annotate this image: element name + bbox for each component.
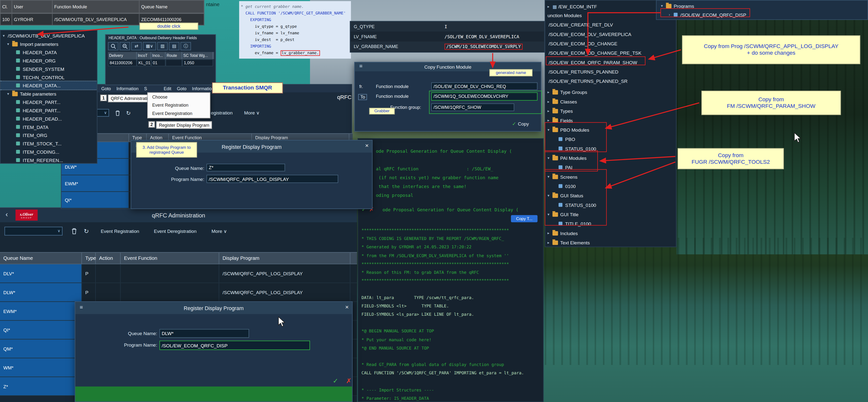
tree-node-item[interactable]: ▾Screens xyxy=(548,173,578,181)
expander-icon[interactable]: ▾ xyxy=(7,92,12,96)
menu-item[interactable]: S xyxy=(144,86,147,91)
search-next-icon[interactable] xyxy=(120,42,130,50)
refresh-icon[interactable]: ↻ xyxy=(125,109,132,117)
event-registration-button[interactable]: Event Registration xyxy=(101,229,140,234)
context-menu-item[interactable]: Choose xyxy=(148,93,210,101)
function-module-item[interactable]: /SOL/EW_ECOM_OD_CHANGE_PRE_TSK xyxy=(549,49,641,57)
tree-item[interactable]: HEADER_ORG xyxy=(0,56,97,65)
delivery-cell[interactable] xyxy=(165,59,182,66)
tree-item[interactable]: ITEM_CODING... xyxy=(0,147,97,156)
tree-node-item[interactable]: ▸Type Groups xyxy=(548,88,587,96)
menu-icon[interactable]: ≡ xyxy=(359,63,363,69)
table-row[interactable]: DLV*P/SCWM/QRFC_APPL_LOG_DISPLAY xyxy=(0,264,357,283)
queue-name-cell[interactable]: EWM* xyxy=(61,175,129,191)
expander-icon[interactable]: ▾ xyxy=(7,42,12,46)
tree-item[interactable]: ITEM_DATA xyxy=(0,123,97,131)
tree-leaf-item[interactable]: PAI xyxy=(559,163,572,171)
expander-icon[interactable]: ▸ xyxy=(548,109,552,113)
program-item[interactable]: › /SOL/EW_ECOM_QRFC_DISP xyxy=(669,10,746,19)
close-icon[interactable]: × xyxy=(365,142,369,149)
queue-name-input[interactable]: Z* xyxy=(207,164,285,172)
tree-item[interactable]: HEADER_DATA xyxy=(0,48,97,56)
programs-node[interactable]: ▾ Programs xyxy=(661,2,694,10)
tree-root[interactable]: ▾/SCWM/OUTB_DLV_SAVEREPLICA xyxy=(0,32,97,40)
tree-leaf-item[interactable]: 0100 xyxy=(559,182,576,190)
queue-filter-select[interactable]: ∨ xyxy=(4,227,63,236)
context-menu-item[interactable]: Event Registration xyxy=(148,101,210,109)
confirm-icon[interactable]: ✓ xyxy=(333,377,338,385)
expander-icon[interactable]: ▾ xyxy=(548,128,552,132)
event-deregistration-partial[interactable]: egistration xyxy=(211,110,232,116)
info-icon[interactable]: ⓘ xyxy=(180,42,191,50)
expander-icon[interactable]: ▾ xyxy=(548,212,552,216)
caller-cell[interactable]: GYROHR xyxy=(11,13,53,26)
tree-node-item[interactable]: ▾PAI Modules xyxy=(548,154,587,162)
copy-template-button[interactable]: Copy T... xyxy=(511,215,537,222)
queue-name-cell[interactable]: QM* xyxy=(0,339,82,358)
queue-name-cell[interactable]: QI* xyxy=(61,192,129,208)
debugger-row[interactable]: LV_GRABBER_NAME/SCWM/1Q_SOLEWECOMDLV_SVR… xyxy=(350,41,544,52)
tree-leaf-item[interactable]: STATUS_0100 xyxy=(559,201,596,209)
tree-node-item[interactable]: ▾GUI Status xyxy=(548,191,583,200)
menu-item[interactable]: Information xyxy=(116,86,138,91)
expander-icon[interactable]: ▸ xyxy=(548,118,552,123)
tree-item[interactable]: HEADER_DATA... xyxy=(0,81,97,90)
queue-name-cell[interactable]: Z* xyxy=(0,377,82,395)
window-title-bar[interactable]: ‹ s.Oliver GROUP qRFC Administration xyxy=(0,208,357,222)
back-icon[interactable]: ‹ xyxy=(6,210,8,219)
expander-icon[interactable]: ▸ xyxy=(548,99,552,104)
more-menu[interactable]: More ∨ xyxy=(212,229,227,234)
table-view-icon[interactable]: ▤ xyxy=(169,42,179,50)
copy-confirm-button[interactable]: ✓ Copy xyxy=(512,121,529,127)
menu-icon[interactable]: ≡ xyxy=(80,304,83,310)
menu-item[interactable]: Goto xyxy=(177,86,187,91)
tree-group[interactable]: ▾Table parameters xyxy=(0,90,97,98)
program-name-input[interactable]: /SOL/EW_ECOM_QRFC_DISP xyxy=(159,341,310,350)
layout-dropdown-icon[interactable]: ▦∨ xyxy=(143,42,156,50)
delivery-cell[interactable]: KL_01 xyxy=(137,59,151,66)
close-icon[interactable]: × xyxy=(345,303,349,310)
export-icon[interactable]: ▥ xyxy=(157,42,168,50)
function-module-item[interactable]: /SOL/EW_ECOM_QRFC_PARAM_SHOW xyxy=(549,58,637,66)
function-module-item[interactable]: /SOL/EW_ECOM_DLV_SAVEREPLICA xyxy=(549,30,631,38)
tree-node-item[interactable]: ▸Includes xyxy=(548,229,578,237)
table-row[interactable]: DLW*P/SCWM/QRFC_APPL_LOG_DISPLAY xyxy=(0,283,357,302)
navigator-top-item[interactable]: ▸▦ /EW_ECOM_INTF xyxy=(548,2,597,10)
queue-name-cell[interactable]: DLW* xyxy=(0,283,82,301)
expander-icon[interactable]: ▸ xyxy=(548,231,552,235)
expander-icon[interactable]: ▸ xyxy=(548,90,552,94)
tree-node-item[interactable]: ▾PBO Modules xyxy=(548,126,589,134)
function-module-item[interactable]: /SOL/EW_ECOM_OD_CHANGE xyxy=(549,39,617,47)
tree-leaf-item[interactable]: STATUS_0100 xyxy=(559,144,596,153)
tree-item[interactable]: TECHN_CONTROL xyxy=(0,73,97,81)
sort-icon[interactable]: ⇄ xyxy=(131,42,142,50)
delete-icon[interactable] xyxy=(113,109,121,117)
tree-leaf-item[interactable]: PBO xyxy=(559,135,575,143)
menu-item[interactable]: Information xyxy=(192,86,214,91)
menu-item[interactable]: Edit xyxy=(164,86,171,91)
tree-item[interactable]: ITEM_ORG xyxy=(0,131,97,139)
caller-cell[interactable]: 100 xyxy=(0,13,12,26)
tree-item[interactable]: ITEM_STOCK_T... xyxy=(0,139,97,147)
tree-node-item[interactable]: ▸Text Elements xyxy=(548,238,590,246)
caller-cell[interactable]: /SCWM/OUTB_DLV_SAVEREPLICA xyxy=(52,13,140,26)
queue-name-cell[interactable]: QI* xyxy=(0,321,82,339)
delivery-cell[interactable]: 01 xyxy=(151,59,166,66)
function-module-item[interactable]: /SOL/EW_RETURNS_PLANNED_SR xyxy=(549,77,627,85)
dialog-title-bar[interactable]: ≡ Register Display Program × xyxy=(75,302,352,314)
expander-icon[interactable]: ▾ xyxy=(548,156,552,160)
queue-name-cell[interactable]: DLV* xyxy=(0,264,82,282)
tree-item[interactable]: SENDER_SYSTEM xyxy=(0,65,97,73)
tree-item[interactable]: HEADER_PART... xyxy=(0,98,97,106)
function-modules-node[interactable]: unction Modules xyxy=(548,11,582,20)
program-name-input[interactable]: /SCWM/QRFC_APPL_LOG_DISPLAY xyxy=(207,175,338,183)
function-module-item[interactable]: /SOL/EW_RETURNS_PLANNED xyxy=(549,67,618,76)
expander-icon[interactable]: ▾ xyxy=(548,193,552,198)
header-data-row[interactable]: 8411000206KL_01011,050 xyxy=(108,59,214,66)
search-icon[interactable] xyxy=(108,42,119,50)
tree-leaf-item[interactable]: TITLE_0100 xyxy=(559,220,591,228)
menu-item[interactable]: Goto xyxy=(101,86,111,91)
expander-icon[interactable]: ▾ xyxy=(548,174,552,179)
tree-node-item[interactable]: ▸Classes xyxy=(548,97,577,106)
tree-node-item[interactable]: ▾GUI Title xyxy=(548,210,579,219)
